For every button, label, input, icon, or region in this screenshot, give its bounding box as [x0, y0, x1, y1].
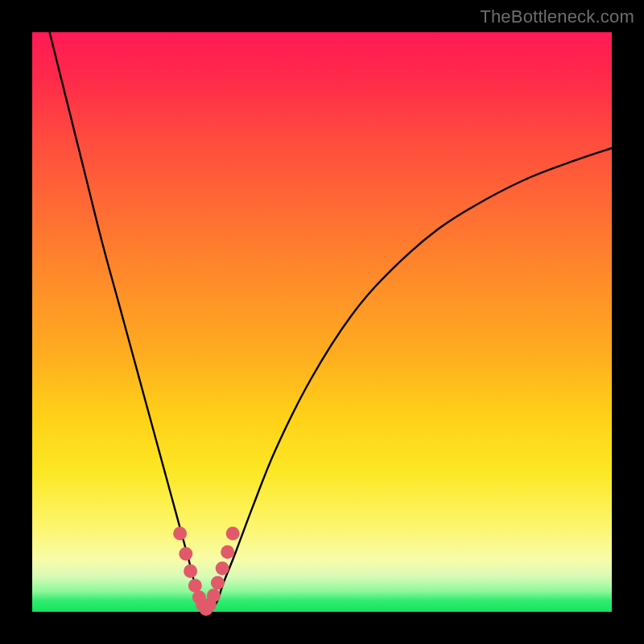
highlight-dot — [184, 564, 197, 578]
bottleneck-curve — [50, 32, 612, 610]
highlight-dot — [173, 526, 187, 540]
curve-svg — [32, 32, 612, 612]
highlight-dot — [211, 576, 225, 590]
highlight-dot — [207, 588, 221, 602]
plot-area — [32, 32, 612, 612]
highlight-dot — [221, 545, 234, 559]
highlight-dot — [226, 526, 240, 540]
chart-frame: TheBottleneck.com — [0, 0, 644, 644]
highlight-dot — [216, 562, 229, 576]
highlight-dot — [179, 547, 192, 561]
watermark-text: TheBottleneck.com — [480, 6, 634, 27]
